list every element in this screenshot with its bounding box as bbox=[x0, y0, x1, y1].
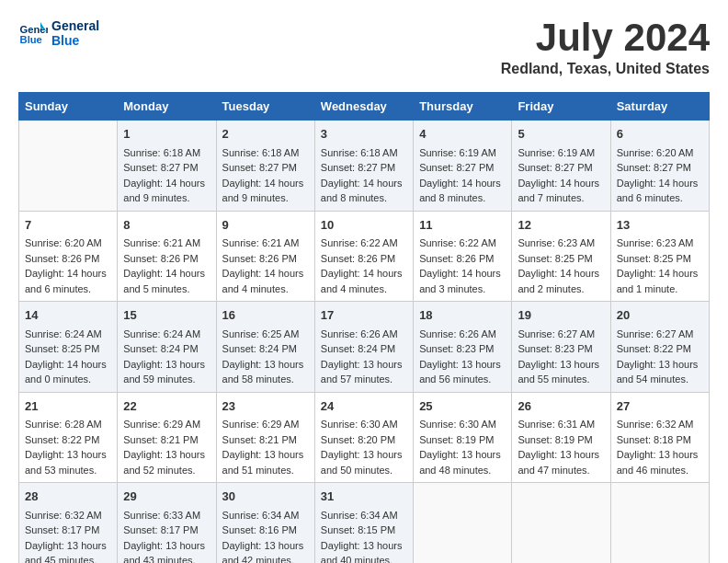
day-info: Daylight: 13 hours bbox=[123, 447, 210, 463]
day-info: Sunset: 8:24 PM bbox=[123, 341, 210, 357]
day-info: and 4 minutes. bbox=[321, 282, 407, 297]
day-info: and 1 minute. bbox=[617, 282, 703, 297]
day-info: Daylight: 13 hours bbox=[617, 357, 703, 373]
day-info: Sunset: 8:19 PM bbox=[419, 432, 506, 448]
calendar-table: SundayMondayTuesdayWednesdayThursdayFrid… bbox=[18, 92, 710, 563]
day-info: Daylight: 14 hours bbox=[617, 266, 703, 282]
day-info: and 54 minutes. bbox=[617, 372, 703, 387]
day-info: Sunset: 8:24 PM bbox=[321, 341, 407, 357]
day-info: and 45 minutes. bbox=[25, 553, 111, 563]
calendar-week-row: 1Sunrise: 6:18 AMSunset: 8:27 PMDaylight… bbox=[19, 121, 710, 212]
day-number: 31 bbox=[321, 488, 407, 506]
day-info: Sunrise: 6:29 AM bbox=[123, 417, 210, 432]
day-info: Sunrise: 6:23 AM bbox=[617, 236, 703, 251]
day-info: Daylight: 14 hours bbox=[518, 266, 604, 282]
day-number: 19 bbox=[518, 306, 604, 325]
day-info: Sunrise: 6:18 AM bbox=[321, 145, 407, 161]
calendar-cell: 29Sunrise: 6:33 AMSunset: 8:17 PMDayligh… bbox=[118, 483, 216, 564]
calendar-cell: 11Sunrise: 6:22 AMSunset: 8:26 PMDayligh… bbox=[414, 211, 512, 302]
calendar-week-row: 14Sunrise: 6:24 AMSunset: 8:25 PMDayligh… bbox=[19, 302, 710, 393]
day-info: and 4 minutes. bbox=[222, 282, 309, 297]
day-number: 22 bbox=[123, 397, 210, 416]
day-info: Sunset: 8:27 PM bbox=[321, 160, 407, 176]
day-info: Daylight: 14 hours bbox=[25, 357, 111, 373]
day-info: Sunset: 8:18 PM bbox=[617, 432, 703, 448]
day-number: 8 bbox=[123, 216, 210, 235]
day-info: Daylight: 14 hours bbox=[617, 176, 703, 191]
day-number: 15 bbox=[123, 306, 210, 325]
calendar-cell: 13Sunrise: 6:23 AMSunset: 8:25 PMDayligh… bbox=[610, 211, 709, 302]
day-info: Daylight: 13 hours bbox=[222, 447, 309, 463]
location: Redland, Texas, United States bbox=[501, 61, 710, 77]
day-number: 4 bbox=[419, 125, 506, 144]
logo-line2: Blue bbox=[51, 33, 99, 48]
day-number: 20 bbox=[617, 306, 703, 325]
svg-text:Blue: Blue bbox=[20, 34, 42, 45]
day-number: 11 bbox=[419, 216, 506, 235]
day-number: 5 bbox=[518, 125, 604, 144]
day-info: Sunset: 8:27 PM bbox=[518, 160, 604, 176]
calendar-cell: 4Sunrise: 6:19 AMSunset: 8:27 PMDaylight… bbox=[414, 121, 512, 212]
day-info: Daylight: 13 hours bbox=[25, 538, 111, 554]
month-title: July 2024 bbox=[501, 18, 710, 57]
calendar-week-row: 7Sunrise: 6:20 AMSunset: 8:26 PMDaylight… bbox=[19, 211, 710, 302]
day-info: Sunset: 8:19 PM bbox=[518, 432, 604, 448]
day-info: Sunrise: 6:34 AM bbox=[222, 508, 309, 523]
day-info: Daylight: 14 hours bbox=[321, 266, 407, 282]
calendar-cell: 3Sunrise: 6:18 AMSunset: 8:27 PMDaylight… bbox=[314, 121, 413, 212]
day-info: Daylight: 13 hours bbox=[617, 447, 703, 463]
day-info: Daylight: 14 hours bbox=[518, 176, 604, 191]
calendar-header-row: SundayMondayTuesdayWednesdayThursdayFrid… bbox=[19, 93, 710, 121]
day-info: Sunset: 8:23 PM bbox=[518, 341, 604, 357]
day-info: Sunrise: 6:32 AM bbox=[617, 417, 703, 432]
calendar-cell: 18Sunrise: 6:26 AMSunset: 8:23 PMDayligh… bbox=[414, 302, 512, 393]
day-info: Sunset: 8:26 PM bbox=[123, 251, 210, 267]
day-info: and 5 minutes. bbox=[123, 282, 210, 297]
day-number: 24 bbox=[321, 397, 407, 416]
calendar-cell: 8Sunrise: 6:21 AMSunset: 8:26 PMDaylight… bbox=[118, 211, 216, 302]
day-info: Sunset: 8:21 PM bbox=[222, 432, 309, 448]
weekday-header: Tuesday bbox=[216, 93, 314, 121]
day-info: Sunset: 8:16 PM bbox=[222, 523, 309, 538]
logo-line1: General bbox=[51, 18, 99, 33]
day-info: Sunset: 8:25 PM bbox=[617, 251, 703, 267]
calendar-cell: 1Sunrise: 6:18 AMSunset: 8:27 PMDaylight… bbox=[118, 121, 216, 212]
day-info: and 8 minutes. bbox=[321, 190, 407, 206]
day-number: 6 bbox=[617, 125, 703, 144]
day-info: Sunset: 8:26 PM bbox=[222, 251, 309, 267]
day-info: Sunset: 8:15 PM bbox=[321, 523, 407, 538]
day-info: and 9 minutes. bbox=[222, 190, 309, 206]
day-number: 26 bbox=[518, 397, 604, 416]
day-info: Sunrise: 6:30 AM bbox=[419, 417, 506, 432]
day-info: Sunrise: 6:24 AM bbox=[25, 327, 111, 342]
day-info: Sunset: 8:26 PM bbox=[321, 251, 407, 267]
page-header: General Blue General Blue July 2024 Redl… bbox=[18, 18, 710, 77]
day-number: 3 bbox=[321, 125, 407, 144]
calendar-cell: 28Sunrise: 6:32 AMSunset: 8:17 PMDayligh… bbox=[19, 483, 118, 564]
weekday-header: Wednesday bbox=[314, 93, 413, 121]
calendar-cell bbox=[512, 483, 610, 564]
day-info: Sunset: 8:26 PM bbox=[419, 251, 506, 267]
day-info: and 48 minutes. bbox=[419, 463, 506, 478]
day-info: Daylight: 14 hours bbox=[222, 176, 309, 191]
day-info: Sunrise: 6:29 AM bbox=[222, 417, 309, 432]
day-info: Daylight: 14 hours bbox=[123, 266, 210, 282]
day-number: 27 bbox=[617, 397, 703, 416]
day-info: Sunrise: 6:19 AM bbox=[419, 145, 506, 161]
day-number: 10 bbox=[321, 216, 407, 235]
day-number: 2 bbox=[222, 125, 309, 144]
day-info: Sunrise: 6:20 AM bbox=[617, 145, 703, 161]
day-number: 14 bbox=[25, 306, 111, 325]
day-info: Daylight: 13 hours bbox=[321, 357, 407, 373]
day-info: and 0 minutes. bbox=[25, 372, 111, 387]
day-number: 23 bbox=[222, 397, 309, 416]
day-info: Sunrise: 6:18 AM bbox=[222, 145, 309, 161]
day-info: Daylight: 13 hours bbox=[518, 447, 604, 463]
day-info: Sunrise: 6:24 AM bbox=[123, 327, 210, 342]
day-info: Sunrise: 6:31 AM bbox=[518, 417, 604, 432]
day-info: Sunrise: 6:27 AM bbox=[617, 327, 703, 342]
day-info: and 47 minutes. bbox=[518, 463, 604, 478]
calendar-cell: 15Sunrise: 6:24 AMSunset: 8:24 PMDayligh… bbox=[118, 302, 216, 393]
calendar-cell: 16Sunrise: 6:25 AMSunset: 8:24 PMDayligh… bbox=[216, 302, 314, 393]
day-info: Sunset: 8:27 PM bbox=[419, 160, 506, 176]
